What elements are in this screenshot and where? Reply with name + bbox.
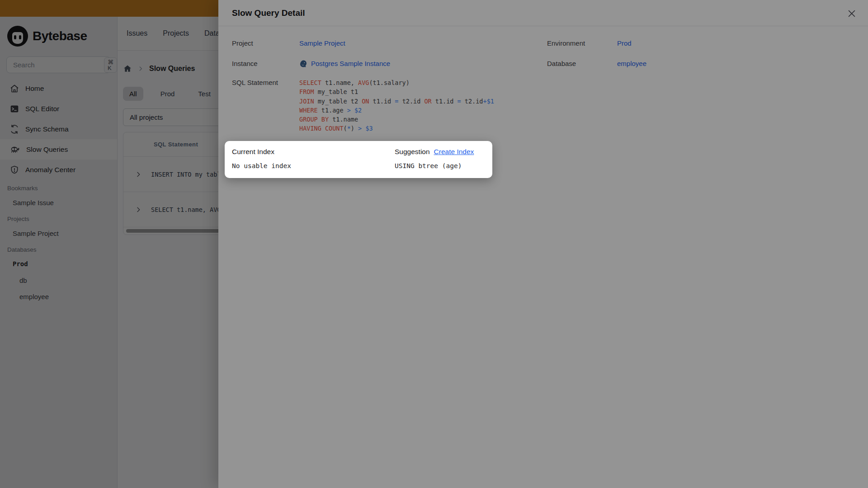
- current-index-section: Current Index No usable index: [232, 147, 291, 169]
- suggestion-value: USING btree (age): [395, 162, 474, 169]
- popover-backdrop[interactable]: [0, 0, 868, 488]
- index-advisor-card: Current Index No usable index Suggestion…: [225, 141, 492, 178]
- create-index-link[interactable]: Create Index: [434, 148, 474, 156]
- suggestion-label: Suggestion: [395, 148, 430, 156]
- current-index-value: No usable index: [232, 162, 291, 169]
- suggestion-section: Suggestion Create Index USING btree (age…: [395, 147, 474, 169]
- current-index-label: Current Index: [232, 147, 291, 157]
